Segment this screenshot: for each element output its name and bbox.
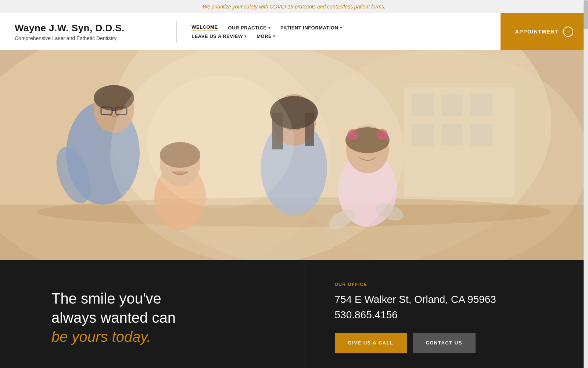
nav-row-2: LEAVE US A REVIEW ▾ MORE ▾	[191, 33, 342, 39]
hero-image	[0, 50, 588, 260]
appointment-button[interactable]: APPOINTMENT →	[501, 13, 588, 50]
banner-text: We prioritize your safety with COVID-19 …	[202, 4, 386, 10]
give-us-a-call-button[interactable]: GIVE US A CALL	[335, 333, 407, 353]
svg-point-36	[147, 76, 294, 208]
top-banner: We prioritize your safety with COVID-19 …	[0, 0, 588, 13]
nav-links: WELCOME OUR PRACTICE ▾ PATIENT INFORMATI…	[191, 24, 342, 39]
header-left: Wayne J.W. Syn, D.D.S. Comprehensive Las…	[0, 13, 176, 50]
office-address: 754 E Walker St, Orland, CA 95963	[335, 294, 566, 305]
scrollbar-thumb[interactable]	[584, 0, 588, 29]
svg-rect-11	[441, 124, 463, 146]
site-header: Wayne J.W. Syn, D.D.S. Comprehensive Las…	[0, 13, 588, 50]
svg-rect-10	[412, 124, 434, 146]
appointment-label: APPOINTMENT	[515, 29, 559, 35]
hero-family-svg	[0, 50, 588, 260]
tagline-line1: The smile you've always wanted can	[51, 289, 283, 327]
dropdown-arrow-patient: ▾	[340, 26, 342, 30]
office-buttons: GIVE US A CALL CONTACT US	[335, 333, 566, 353]
tagline-highlight: be yours today.	[51, 327, 283, 346]
nav-item-our-practice[interactable]: OUR PRACTICE ▾	[228, 25, 270, 31]
svg-rect-12	[470, 124, 492, 146]
office-phone: 530.865.4156	[335, 309, 566, 321]
logo-tagline: Comprehensive Laser and Esthetic Dentist…	[15, 35, 125, 41]
svg-rect-7	[412, 94, 434, 116]
nav-item-more[interactable]: MORE ▾	[257, 33, 275, 39]
dropdown-arrow-review: ▾	[244, 34, 247, 38]
nav-row-1: WELCOME OUR PRACTICE ▾ PATIENT INFORMATI…	[191, 24, 342, 31]
logo-area: Wayne J.W. Syn, D.D.S. Comprehensive Las…	[15, 22, 125, 41]
bottom-section: The smile you've always wanted can be yo…	[0, 260, 588, 368]
nav-item-patient-info[interactable]: PATIENT INFORMATION ▾	[280, 25, 342, 31]
nav-item-review[interactable]: LEAVE US A REVIEW ▾	[191, 33, 246, 39]
dropdown-arrow-more: ▾	[273, 34, 275, 38]
appointment-arrow-icon: →	[563, 26, 573, 37]
bottom-left-panel: The smile you've always wanted can be yo…	[0, 260, 305, 368]
scrollbar[interactable]	[584, 0, 588, 368]
logo-name: Wayne J.W. Syn, D.D.S.	[15, 22, 125, 34]
nav-item-welcome[interactable]: WELCOME	[191, 24, 218, 31]
contact-us-button[interactable]: CONTACT US	[413, 333, 476, 353]
dropdown-arrow-practice: ▾	[268, 26, 270, 30]
svg-rect-8	[441, 94, 463, 116]
svg-rect-9	[470, 94, 492, 116]
bottom-right-panel: OUR OFFICE 754 E Walker St, Orland, CA 9…	[305, 260, 588, 368]
main-nav: WELCOME OUR PRACTICE ▾ PATIENT INFORMATI…	[177, 13, 500, 50]
office-label: OUR OFFICE	[335, 282, 566, 287]
